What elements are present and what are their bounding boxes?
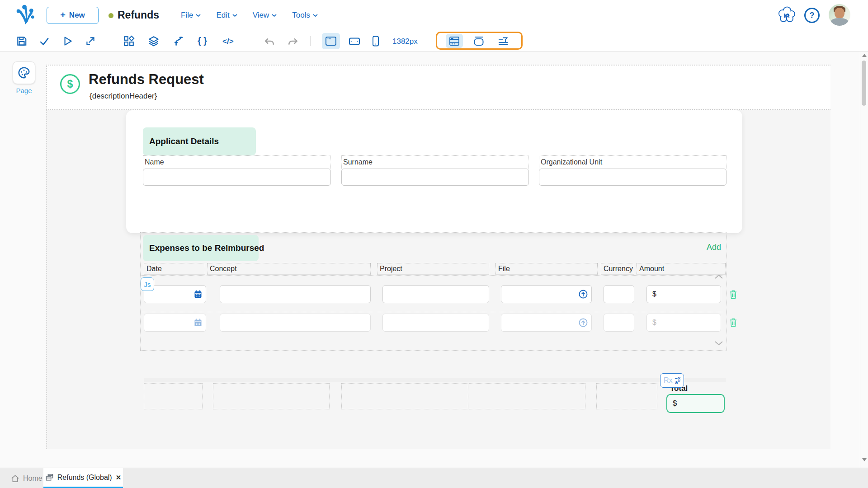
scroll-down-icon[interactable]: [714, 340, 723, 348]
page-style-button[interactable]: [13, 61, 35, 84]
surname-label: Surname: [341, 155, 529, 169]
connector-icon[interactable]: [173, 35, 184, 47]
undo-icon[interactable]: [264, 36, 275, 47]
expense-row-project-cell: [382, 314, 489, 332]
name-input[interactable]: [143, 169, 331, 186]
export-icon[interactable]: [85, 35, 96, 47]
viewport-width-value[interactable]: 1382px: [392, 37, 418, 46]
viewport-tablet-icon[interactable]: [349, 38, 360, 45]
currency-symbol: $: [652, 290, 656, 298]
expense-row-amount-cell[interactable]: $: [646, 285, 721, 303]
chevron-down-icon: [272, 14, 277, 17]
status-dot: [108, 13, 113, 18]
tab-refunds-global[interactable]: Refunds (Global) ✕: [43, 468, 123, 488]
code-icon[interactable]: </>: [222, 37, 234, 46]
viewport-mobile-icon[interactable]: [372, 36, 379, 47]
organizational-unit-input[interactable]: [539, 169, 726, 186]
layers-icon[interactable]: [148, 35, 160, 47]
totals-empty-cell: [144, 383, 203, 409]
tab-home-label: Home: [23, 474, 42, 483]
new-button[interactable]: + New: [47, 7, 99, 24]
scroll-up-icon[interactable]: [714, 273, 723, 281]
page-description-placeholder: {descriptionHeader}: [90, 92, 157, 101]
page-tool-label: Page: [13, 87, 35, 94]
app-logo-icon[interactable]: [15, 4, 34, 28]
section-divider: [144, 378, 726, 382]
concept-input[interactable]: [220, 314, 371, 332]
menu-edit[interactable]: Edit: [216, 11, 237, 20]
chevron-down-icon: [232, 14, 237, 17]
upload-icon[interactable]: [578, 318, 588, 328]
app-window: + New Refunds File Edit View Tools: [0, 0, 868, 488]
container-icon[interactable]: [473, 36, 485, 46]
horizontal-rule-icon[interactable]: [497, 36, 509, 46]
expense-row-file-cell: [501, 285, 592, 303]
currency-input[interactable]: [604, 314, 634, 332]
concept-input[interactable]: [220, 285, 371, 303]
vertical-scrollbar[interactable]: [860, 52, 868, 468]
tab-refunds-label: Refunds (Global): [57, 474, 112, 482]
calendar-icon[interactable]: [193, 290, 203, 299]
surname-field: Surname: [341, 155, 529, 186]
toolbar-separator: [248, 36, 248, 46]
expense-row-project-cell: [382, 285, 489, 303]
upload-icon[interactable]: [578, 289, 588, 299]
scrollbar-up-arrow[interactable]: [862, 54, 867, 57]
total-amount-field[interactable]: $: [666, 394, 725, 413]
page-title: Refunds Request: [89, 71, 204, 88]
tab-home[interactable]: Home: [6, 468, 47, 488]
ai-badge-label: IA: [784, 12, 790, 19]
expense-row-currency-cell: [604, 314, 634, 332]
expense-row-concept-cell: [220, 285, 371, 303]
name-label: Name: [143, 155, 331, 169]
totals-empty-cell: [596, 383, 657, 409]
surname-input[interactable]: [341, 169, 529, 186]
menu-tools[interactable]: Tools: [292, 11, 318, 20]
project-input[interactable]: [382, 285, 489, 303]
scrollbar-thumb[interactable]: [862, 61, 866, 106]
expense-row-concept-cell: [220, 314, 371, 332]
currency-symbol: $: [652, 319, 656, 327]
currency-input[interactable]: [604, 285, 634, 303]
totals-empty-cell: [341, 383, 468, 409]
expense-row-date-cell: [144, 314, 206, 332]
check-icon[interactable]: [38, 35, 50, 47]
bottom-tab-bar: Home Refunds (Global) ✕: [0, 468, 868, 488]
formula-icon: −× a″: [675, 376, 681, 385]
widgets-icon[interactable]: [123, 35, 135, 47]
close-tab-icon[interactable]: ✕: [116, 474, 122, 482]
repeater-divider: [140, 312, 727, 312]
home-icon: [11, 474, 19, 483]
top-bar: + New Refunds File Edit View Tools: [0, 0, 868, 31]
palette-icon: [17, 66, 31, 80]
plus-icon: +: [60, 10, 66, 20]
repeater-divider: [140, 275, 727, 276]
braces-icon[interactable]: { }: [198, 36, 207, 46]
toolbar-separator: [106, 36, 106, 46]
expense-row-amount-cell[interactable]: $: [646, 314, 721, 332]
user-avatar[interactable]: [829, 4, 850, 26]
rx-formula-badge[interactable]: Rx −× a″: [660, 373, 684, 388]
menu-view[interactable]: View: [253, 11, 277, 20]
save-icon[interactable]: [16, 35, 28, 47]
delete-row-icon[interactable]: [729, 317, 738, 329]
viewport-desktop-icon[interactable]: [325, 36, 337, 46]
delete-row-icon[interactable]: [729, 289, 738, 301]
layout-panels-icon[interactable]: [448, 36, 460, 46]
js-event-badge[interactable]: Js: [141, 277, 154, 291]
project-input[interactable]: [382, 314, 489, 332]
calendar-icon[interactable]: [193, 318, 203, 327]
expense-row-currency-cell: [604, 285, 634, 303]
menu-bar: File Edit View Tools: [181, 0, 318, 31]
organizational-unit-label: Organizational Unit: [539, 155, 726, 169]
menu-file[interactable]: File: [181, 11, 201, 20]
scrollbar-down-arrow[interactable]: [862, 458, 867, 461]
ai-assistant-icon[interactable]: IA: [777, 6, 797, 27]
run-icon[interactable]: [61, 35, 73, 47]
name-field: Name: [143, 155, 331, 186]
help-icon[interactable]: ?: [804, 8, 820, 23]
totals-empty-cell: [469, 383, 585, 409]
organizational-unit-field: Organizational Unit: [539, 155, 726, 186]
avatar-face: [835, 8, 844, 19]
redo-icon[interactable]: [287, 36, 299, 47]
